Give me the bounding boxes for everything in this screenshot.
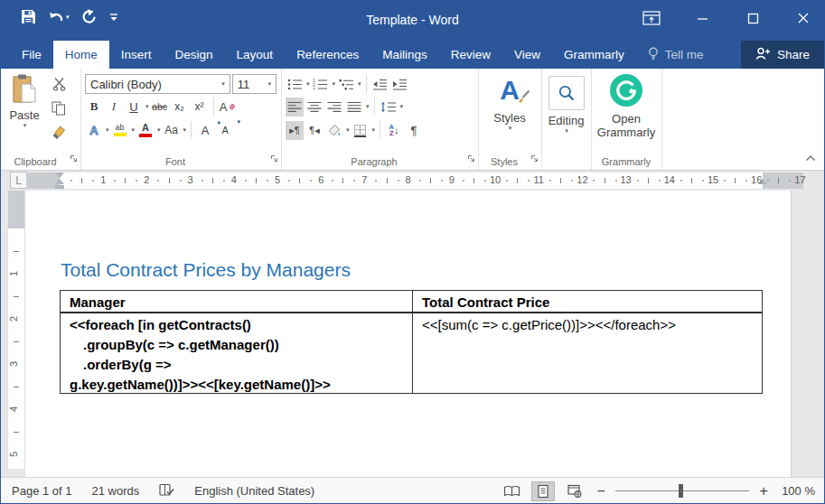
clipboard-dialog-launcher-icon[interactable] bbox=[70, 150, 78, 166]
tab-selector[interactable]: L bbox=[10, 172, 27, 189]
web-layout-button[interactable] bbox=[563, 481, 586, 501]
paste-dropdown-icon[interactable]: ▾ bbox=[23, 122, 27, 129]
shrink-font-button[interactable]: A▾ bbox=[216, 121, 234, 140]
show-hide-pilcrow-button[interactable]: ¶ bbox=[405, 121, 423, 140]
v-ruler[interactable]: 12345 bbox=[8, 191, 24, 469]
shading-button[interactable] bbox=[325, 121, 343, 140]
zoom-in-button[interactable]: + bbox=[757, 483, 770, 499]
document-heading[interactable]: Total Contract Prices by Managers bbox=[61, 259, 351, 281]
tab-mailings[interactable]: Mailings bbox=[370, 41, 439, 69]
share-button[interactable]: Share bbox=[741, 41, 824, 69]
zoom-out-button[interactable]: − bbox=[595, 483, 607, 499]
read-mode-button[interactable] bbox=[500, 481, 523, 501]
rtl-paragraph-button[interactable]: ¶◂ bbox=[305, 121, 323, 140]
document-page[interactable]: Total Contract Prices by Managers Manage… bbox=[24, 191, 792, 477]
underline-button[interactable]: U bbox=[125, 98, 143, 117]
clear-formatting-button[interactable]: A bbox=[219, 98, 237, 117]
font-color-dropdown-icon[interactable]: ▾ bbox=[157, 126, 161, 134]
zoom-slider[interactable] bbox=[615, 482, 749, 500]
decrease-indent-button[interactable] bbox=[371, 75, 389, 94]
line-spacing-button[interactable] bbox=[380, 98, 398, 117]
change-case-button[interactable]: Aa bbox=[163, 121, 181, 140]
borders-button[interactable] bbox=[352, 121, 370, 140]
page-indicator[interactable]: Page 1 of 1 bbox=[12, 484, 72, 498]
change-case-dropdown-icon[interactable]: ▾ bbox=[183, 126, 187, 134]
bold-button[interactable]: B bbox=[85, 98, 103, 117]
customize-qat-icon[interactable] bbox=[108, 12, 119, 23]
save-icon[interactable] bbox=[21, 9, 36, 24]
word-count[interactable]: 21 words bbox=[92, 484, 140, 498]
zoom-level[interactable]: 100 % bbox=[782, 484, 815, 498]
tab-view[interactable]: View bbox=[502, 41, 552, 69]
borders-dropdown-icon[interactable]: ▾ bbox=[372, 126, 376, 134]
close-button[interactable] bbox=[793, 6, 813, 30]
editing-dropdown-icon[interactable]: ▾ bbox=[565, 127, 568, 135]
justify-dropdown-icon[interactable]: ▾ bbox=[366, 103, 370, 110]
format-painter-icon[interactable] bbox=[50, 123, 68, 142]
cut-icon[interactable] bbox=[50, 74, 68, 93]
styles-button[interactable]: A Styles ▾ bbox=[478, 75, 541, 132]
print-layout-button[interactable] bbox=[531, 481, 555, 501]
justify-button[interactable] bbox=[345, 98, 363, 117]
bullets-dropdown-icon[interactable]: ▾ bbox=[306, 80, 310, 88]
text-effects-button[interactable]: A bbox=[85, 121, 103, 140]
tab-home[interactable]: Home bbox=[53, 41, 109, 69]
font-name-combobox[interactable]: Calibri (Body) ▾ bbox=[85, 74, 230, 94]
tab-review[interactable]: Review bbox=[439, 41, 502, 69]
font-size-dropdown-icon[interactable]: ▾ bbox=[267, 80, 271, 88]
editing-button[interactable]: Editing ▾ bbox=[541, 76, 591, 135]
align-right-button[interactable] bbox=[325, 98, 343, 117]
first-line-indent-marker[interactable] bbox=[55, 173, 64, 178]
strikethrough-button[interactable]: abc bbox=[151, 98, 169, 117]
tab-grammarly[interactable]: Grammarly bbox=[552, 41, 636, 69]
align-center-button[interactable] bbox=[305, 98, 323, 117]
font-dialog-launcher-icon[interactable] bbox=[270, 150, 278, 166]
superscript-button[interactable]: x² bbox=[191, 98, 209, 117]
undo-dropdown-icon[interactable]: ▾ bbox=[66, 14, 70, 21]
increase-indent-button[interactable] bbox=[391, 75, 409, 94]
italic-button[interactable]: I bbox=[105, 98, 123, 117]
ribbon-display-options-icon[interactable] bbox=[642, 6, 661, 30]
undo-button[interactable]: ▾ bbox=[48, 10, 70, 24]
grow-font-button[interactable]: A▴ bbox=[196, 121, 214, 140]
styles-dialog-launcher-icon[interactable] bbox=[530, 150, 539, 166]
table-header-manager[interactable]: Manager bbox=[61, 291, 413, 313]
paste-button[interactable]: Paste ▾ bbox=[5, 73, 43, 129]
table-header-price[interactable]: Total Contract Price bbox=[413, 291, 762, 313]
table-cell-manager[interactable]: <<foreach [in getContracts() .groupBy(c … bbox=[61, 313, 413, 393]
multilevel-dropdown-icon[interactable]: ▾ bbox=[358, 80, 361, 88]
underline-dropdown-icon[interactable]: ▾ bbox=[145, 103, 149, 110]
highlight-button[interactable]: ab bbox=[111, 121, 129, 140]
h-ruler[interactable]: 1234567891011121314151617 bbox=[26, 173, 803, 189]
align-left-button[interactable] bbox=[286, 98, 304, 117]
tell-me-box[interactable]: Tell me bbox=[636, 41, 715, 69]
document-table[interactable]: Manager Total Contract Price <<foreach [… bbox=[60, 290, 763, 394]
multilevel-list-button[interactable] bbox=[337, 75, 355, 94]
styles-dropdown-icon[interactable]: ▾ bbox=[509, 125, 512, 132]
numbering-dropdown-icon[interactable]: ▾ bbox=[333, 80, 336, 88]
subscript-button[interactable]: x₂ bbox=[171, 98, 189, 117]
open-grammarly-button[interactable]: Open Grammarly bbox=[591, 74, 661, 139]
ltr-paragraph-button[interactable]: ▸¶ bbox=[286, 121, 304, 140]
bullets-button[interactable] bbox=[286, 75, 304, 94]
zoom-slider-thumb[interactable] bbox=[679, 484, 683, 498]
hanging-indent-marker[interactable] bbox=[55, 179, 64, 184]
tab-layout[interactable]: Layout bbox=[225, 41, 286, 69]
font-size-combobox[interactable]: 11 ▾ bbox=[232, 74, 277, 94]
font-name-dropdown-icon[interactable]: ▾ bbox=[221, 80, 225, 88]
tab-file[interactable]: File bbox=[10, 41, 53, 69]
redo-button[interactable] bbox=[81, 9, 97, 24]
shading-dropdown-icon[interactable]: ▾ bbox=[346, 126, 350, 134]
numbering-button[interactable]: 123 bbox=[312, 75, 330, 94]
maximize-button[interactable] bbox=[743, 6, 763, 30]
paragraph-dialog-launcher-icon[interactable] bbox=[467, 150, 475, 166]
tab-references[interactable]: References bbox=[285, 41, 370, 69]
language-indicator[interactable]: English (United States) bbox=[194, 484, 314, 498]
collapse-ribbon-icon[interactable] bbox=[805, 149, 816, 165]
font-color-button[interactable]: A bbox=[136, 121, 155, 140]
table-cell-price[interactable]: <<[sum(c => c.getPrice())]>><</foreach>> bbox=[413, 313, 762, 393]
line-spacing-dropdown-icon[interactable]: ▾ bbox=[400, 103, 404, 110]
minimize-button[interactable] bbox=[692, 6, 712, 30]
highlight-dropdown-icon[interactable]: ▾ bbox=[132, 126, 136, 134]
tab-insert[interactable]: Insert bbox=[109, 41, 164, 69]
